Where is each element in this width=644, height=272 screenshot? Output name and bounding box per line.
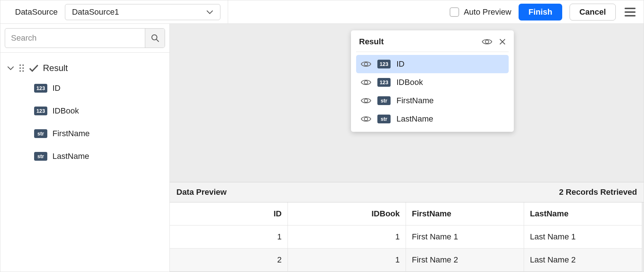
datasource-select[interactable]: DataSource1: [65, 4, 220, 20]
search-input[interactable]: [5, 33, 145, 43]
tree-field-label: IDBook: [52, 106, 79, 116]
cancel-button[interactable]: Cancel: [570, 4, 616, 21]
auto-preview-toggle[interactable]: Auto Preview: [450, 7, 511, 17]
tree-root-item[interactable]: Result: [3, 59, 167, 77]
chevron-down-icon: [206, 10, 213, 15]
tree-field-item[interactable]: 123ID: [34, 77, 167, 100]
eye-icon[interactable]: [361, 115, 372, 123]
number-type-icon: 123: [377, 60, 391, 68]
grid-cell: 1: [170, 226, 288, 249]
result-card-title: Result: [359, 37, 384, 46]
datasource-label: DataSource: [8, 7, 58, 17]
column-header[interactable]: ID: [170, 202, 288, 226]
svg-point-2: [19, 64, 21, 66]
grid-cell: First Name 2: [406, 249, 524, 272]
result-field-item[interactable]: strLastName: [356, 110, 509, 128]
column-header[interactable]: IDBook: [288, 202, 406, 226]
result-field-label: IDBook: [396, 78, 423, 87]
result-field-item[interactable]: strFirstName: [356, 92, 509, 110]
grid-cell: First Name 1: [406, 226, 524, 249]
grid-cell: 1: [288, 249, 406, 272]
svg-point-12: [365, 81, 368, 84]
eye-icon[interactable]: [361, 78, 372, 86]
checkbox-icon: [450, 7, 459, 17]
grid-cell: 1: [288, 226, 406, 249]
tree-field-item[interactable]: strFirstName: [34, 122, 167, 145]
drag-handle-icon[interactable]: [19, 64, 25, 72]
number-type-icon: 123: [34, 107, 47, 115]
search-button[interactable]: [145, 29, 165, 48]
string-type-icon: str: [34, 152, 47, 161]
column-header[interactable]: FirstName: [406, 202, 524, 226]
finish-button[interactable]: Finish: [519, 4, 562, 21]
hamburger-icon: [625, 15, 636, 16]
tree-field-item[interactable]: strLastName: [34, 145, 167, 168]
column-header[interactable]: LastName: [524, 202, 642, 226]
eye-icon[interactable]: [361, 60, 372, 68]
records-retrieved-label: 2 Records Retrieved: [559, 187, 637, 197]
result-field-item[interactable]: 123IDBook: [356, 73, 509, 92]
tree-root-label: Result: [43, 63, 68, 73]
string-type-icon: str: [34, 129, 47, 138]
svg-point-5: [22, 67, 24, 69]
svg-point-13: [365, 99, 368, 103]
hamburger-icon: [625, 11, 636, 13]
tree-field-item[interactable]: 123IDBook: [34, 100, 167, 122]
grid-cell: Last Name 2: [524, 249, 642, 272]
svg-point-3: [22, 64, 24, 66]
chevron-down-icon: [7, 66, 14, 71]
data-preview-header: Data Preview 2 Records Retrieved: [170, 182, 644, 202]
svg-point-6: [19, 70, 21, 72]
hamburger-icon: [625, 8, 636, 9]
data-preview-grid: IDIDBookFirstNameLastName11First Name 1L…: [170, 202, 644, 272]
eye-icon[interactable]: [482, 38, 493, 46]
menu-button[interactable]: [623, 5, 637, 19]
string-type-icon: str: [377, 96, 391, 105]
tree-field-label: ID: [52, 83, 61, 93]
string-type-icon: str: [377, 115, 391, 123]
svg-point-4: [19, 67, 21, 69]
main-area: Result 123ID123IDBookstrFirstNamestrLast…: [170, 24, 644, 272]
close-icon[interactable]: [499, 38, 506, 45]
svg-point-8: [486, 40, 489, 44]
auto-preview-label: Auto Preview: [464, 7, 511, 17]
data-preview-title: Data Preview: [176, 187, 227, 197]
search-field[interactable]: [5, 28, 165, 48]
sidebar: Result 123ID123IDBookstrFirstNamestrLast…: [0, 24, 170, 272]
tree-field-label: LastName: [52, 152, 89, 161]
check-icon: [29, 64, 39, 72]
header-toolbar: DataSource DataSource1 Auto Preview Fini…: [0, 0, 644, 24]
svg-point-0: [152, 35, 157, 40]
svg-point-7: [22, 70, 24, 72]
result-card[interactable]: Result 123ID123IDBookstrFirstNamestrLast…: [351, 30, 514, 132]
datasource-selected-value: DataSource1: [72, 7, 119, 17]
eye-icon[interactable]: [361, 97, 372, 105]
finish-button-label: Finish: [528, 7, 552, 17]
tree-field-label: FirstName: [52, 129, 89, 138]
svg-point-14: [365, 118, 368, 121]
result-field-item[interactable]: 123ID: [356, 55, 509, 73]
grid-cell: 2: [170, 249, 288, 272]
svg-line-1: [156, 40, 159, 42]
result-field-label: LastName: [396, 114, 433, 124]
number-type-icon: 123: [34, 84, 47, 93]
result-field-label: FirstName: [396, 96, 433, 105]
result-field-label: ID: [396, 59, 405, 69]
svg-point-11: [365, 63, 368, 66]
cancel-button-label: Cancel: [579, 7, 606, 17]
grid-cell: Last Name 1: [524, 226, 642, 249]
number-type-icon: 123: [377, 78, 391, 87]
search-icon: [151, 34, 160, 42]
